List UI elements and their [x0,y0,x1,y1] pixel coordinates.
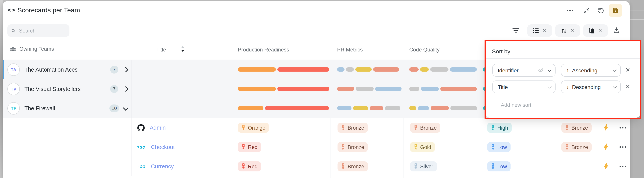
chevron-down-icon[interactable] [123,105,128,110]
medal-icon [241,125,246,131]
undo-button[interactable] [596,6,606,15]
save-button[interactable] [609,4,622,17]
team-name: The Automation Aces [24,67,106,73]
pr-metrics-bar [337,106,400,110]
badge-label: Low [497,164,507,169]
badge-label: Bronze [420,125,437,131]
add-new-sort-button[interactable]: + Add new sort [496,102,531,108]
collapse-button[interactable] [582,6,591,15]
medal-icon [241,163,246,170]
more-options-button[interactable] [565,6,574,15]
chevron-right-icon[interactable] [123,86,128,92]
avatar: TA [7,64,20,76]
remove-sort-rule-button[interactable]: ✕ [626,67,630,74]
extra-column-badge: Bronze [561,123,592,133]
sort-field-dropdown[interactable]: Title [492,81,556,93]
avatar: TF [7,102,20,114]
service-title-cell: GO Currency [134,157,232,176]
table-row-service-checkout: GO Checkout Red Bronze Gold Low Bronze [3,137,630,157]
remove-group-chip-icon[interactable]: ✕ [598,28,602,33]
chevron-down-icon [613,68,617,72]
undo-icon [598,7,604,14]
team-count-badge: 7 [110,85,118,93]
medal-icon [341,144,345,150]
collapse-icon [583,7,590,14]
next-row-sliver [3,176,630,178]
team-count-badge: 7 [110,66,118,74]
column-code-quality[interactable]: Code Quality [409,47,440,53]
chevron-right-icon[interactable] [123,67,128,72]
empty-team-cell [3,118,132,137]
service-link[interactable]: Checkout [151,144,175,150]
arrow-up-icon: ↑ [566,67,569,73]
go-logo-icon: GO [137,145,146,150]
search-icon [11,28,16,33]
service-link[interactable]: Admin [150,125,166,131]
medal-icon [341,125,345,131]
sort-by-popup: Sort by Identifier ↑ Ascending ✕ Tit [486,41,640,118]
code-quality-badge: Gold [410,142,435,152]
avatar: TV [7,83,20,95]
badge-label: Gold [420,144,431,150]
service-title-cell: Admin [134,118,232,137]
badge-label: High [497,125,508,131]
code-quality-badge: Bronze [410,123,440,133]
column-title[interactable]: Title [156,47,166,53]
badge-label: Bronze [572,144,588,150]
svg-text:GO: GO [140,165,145,169]
team-cell-firewall[interactable]: TF The Firewall 10 [3,99,132,118]
d-column-badge: Low [487,161,510,172]
go-logo-icon: GO [137,164,146,169]
remove-list-chip-icon[interactable]: ✕ [542,28,546,33]
badge-label: Silver [420,164,433,169]
search-field[interactable] [18,27,66,34]
sort-direction-dropdown[interactable]: ↓ Descending [561,81,621,93]
service-link[interactable]: Currency [151,163,174,170]
production-readiness-badge: Red [238,161,261,172]
remove-sort-rule-button[interactable]: ✕ [626,83,630,90]
group-list-chip[interactable]: ✕ [527,24,552,37]
team-name: The Firewall [24,105,104,111]
code-quality-bar [409,87,477,91]
medal-icon [414,125,418,131]
download-button[interactable] [612,25,621,35]
lightning-icon[interactable] [603,163,609,170]
badge-label: Red [248,144,258,150]
badge-label: Red [248,164,258,169]
row-menu-button[interactable] [620,127,626,128]
group-by-chip[interactable]: ✕ [583,24,608,37]
chevron-down-icon [548,84,552,88]
remove-sort-chip-icon[interactable]: ✕ [570,28,574,33]
sort-chip[interactable]: ✕ [555,24,580,37]
lightning-icon[interactable] [603,144,609,151]
caret-down-icon [181,50,184,52]
chevron-down-icon [613,84,617,88]
sort-direction-dropdown[interactable]: ↑ Ascending [561,64,621,77]
filter-button[interactable] [511,26,520,35]
badge-label: Low [497,144,507,150]
medal-icon [565,125,569,131]
row-menu-button[interactable] [620,166,626,167]
titlebar: <> Scorecards per Team [3,1,630,20]
badge-label: Bronze [572,125,588,131]
lightning-icon[interactable] [603,124,609,131]
column-owning-teams[interactable]: Owning Teams [10,46,54,52]
badge-label: Bronze [348,164,364,169]
badge-label: Orange [248,125,265,131]
row-menu-button[interactable] [620,146,626,148]
sort-field-dropdown[interactable]: Identifier [492,64,556,77]
eye-off-icon [538,68,544,73]
caret-up-icon [181,46,184,48]
toolbar: ✕ ✕ ✕ [3,20,630,41]
team-cell-automation-aces[interactable]: TA The Automation Aces 7 [3,60,132,79]
team-cell-visual-storytellers[interactable]: TV The Visual Storytellers 7 [3,79,132,99]
column-pr-metrics[interactable]: PR Metrics [337,47,363,53]
column-production-readiness[interactable]: Production Readiness [238,47,289,53]
team-count-badge: 10 [109,104,119,112]
production-readiness-bar [238,106,329,110]
pr-metrics-badge: Bronze [338,123,368,133]
code-quality-badge: Silver [410,161,437,172]
search-input[interactable] [7,24,70,37]
d-column-badge: Low [487,142,510,152]
badge-label: Bronze [348,144,364,150]
